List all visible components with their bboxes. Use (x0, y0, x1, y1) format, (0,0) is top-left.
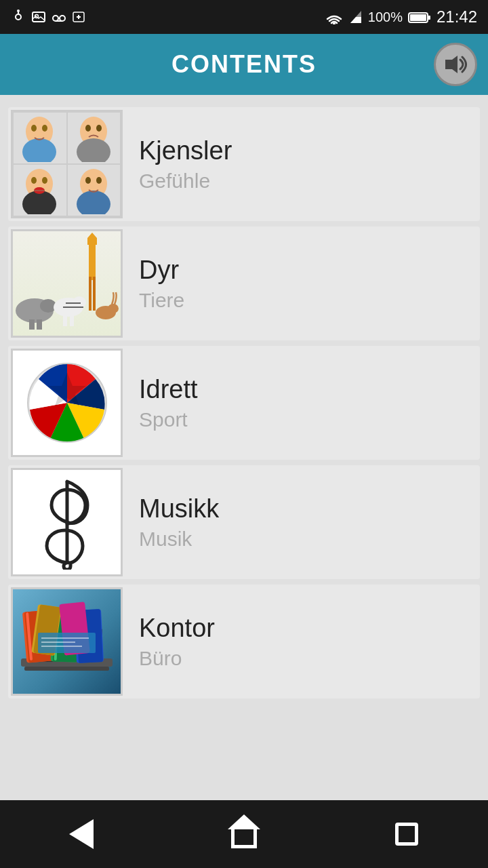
wifi-icon (325, 9, 344, 24)
item-image-kontor (11, 587, 123, 696)
soccer-ball-svg (23, 359, 111, 447)
svg-point-52 (108, 304, 119, 313)
svg-point-20 (31, 125, 37, 132)
svg-point-2 (17, 9, 20, 12)
svg-point-21 (42, 125, 47, 132)
svg-point-0 (16, 14, 21, 20)
face-1 (13, 112, 67, 164)
list-item[interactable]: Kjensler Gefühle (8, 107, 480, 221)
svg-rect-36 (89, 239, 96, 280)
status-right-info: 100% 21:42 (325, 7, 477, 26)
svg-point-6 (60, 16, 65, 21)
svg-rect-48 (70, 314, 74, 326)
nav-bar (0, 800, 488, 868)
svg-rect-58 (24, 667, 109, 671)
status-left-icons (11, 9, 87, 24)
svg-point-33 (77, 191, 110, 214)
item-image-dyr (11, 229, 123, 338)
list-item[interactable]: Kontor Büro (8, 585, 480, 698)
home-button[interactable] (224, 814, 264, 854)
svg-rect-44 (37, 319, 42, 330)
svg-point-5 (53, 16, 58, 21)
back-icon (69, 819, 94, 849)
face-3 (13, 164, 67, 216)
add-icon (72, 9, 87, 24)
face-2 (67, 112, 121, 164)
item-text: Musikk Musik (125, 484, 480, 561)
svg-point-23 (77, 138, 110, 162)
battery-icon (408, 9, 431, 24)
item-title: Idrett (139, 375, 466, 404)
item-title: Musikk (139, 494, 466, 524)
svg-rect-47 (63, 314, 67, 326)
item-image-kjensler (11, 110, 123, 218)
content-list: Kjensler Gefühle (0, 95, 488, 800)
item-image-musikk (11, 468, 123, 576)
svg-point-19 (22, 138, 56, 162)
treble-clef-svg (37, 475, 98, 570)
svg-point-24 (85, 125, 91, 132)
home-icon (231, 827, 257, 848)
svg-point-34 (85, 177, 91, 184)
recent-icon (395, 823, 418, 846)
svg-rect-39 (89, 277, 92, 311)
list-item[interactable]: Idrett Sport (8, 346, 480, 460)
svg-point-27 (22, 191, 56, 214)
speaker-icon (443, 54, 468, 75)
svg-rect-37 (87, 238, 97, 245)
item-image-idrett (11, 349, 123, 457)
recent-button[interactable] (386, 814, 427, 854)
signal-icon (349, 9, 363, 24)
svg-point-28 (31, 177, 37, 184)
back-button[interactable] (61, 814, 102, 854)
svg-marker-17 (445, 56, 458, 73)
sound-button[interactable] (434, 43, 477, 86)
time-display: 21:42 (436, 7, 477, 26)
item-subtitle: Tiere (139, 289, 466, 312)
svg-rect-40 (93, 277, 96, 311)
svg-rect-15 (428, 16, 430, 20)
svg-point-29 (42, 177, 47, 184)
svg-marker-13 (350, 11, 361, 23)
item-title: Kontor (139, 614, 466, 643)
svg-marker-38 (87, 233, 97, 238)
header: CONTENTS (0, 34, 488, 95)
svg-rect-43 (29, 319, 35, 330)
svg-point-25 (96, 125, 102, 132)
voicemail-icon (52, 9, 66, 24)
item-subtitle: Gefühle (139, 170, 466, 193)
animals-svg (14, 233, 119, 334)
face-4 (67, 164, 121, 216)
item-title: Kjensler (139, 136, 466, 165)
antenna-icon (11, 9, 26, 24)
list-item[interactable]: Musikk Musik (8, 465, 480, 579)
battery-pct: 100% (368, 9, 403, 25)
office-svg (14, 591, 119, 692)
svg-rect-16 (410, 14, 426, 21)
item-title: Dyr (139, 256, 466, 285)
page-title: CONTENTS (171, 50, 317, 79)
item-subtitle: Sport (139, 408, 466, 431)
svg-point-35 (96, 177, 102, 184)
status-bar: 100% 21:42 (0, 0, 488, 34)
item-text: Idrett Sport (125, 364, 480, 442)
item-text: Kontor Büro (125, 603, 480, 681)
item-subtitle: Büro (139, 647, 466, 670)
item-subtitle: Musik (139, 528, 466, 551)
photo-icon (31, 9, 46, 24)
list-item[interactable]: Dyr Tiere (8, 226, 480, 340)
item-text: Kjensler Gefühle (125, 125, 480, 203)
item-text: Dyr Tiere (125, 245, 480, 323)
